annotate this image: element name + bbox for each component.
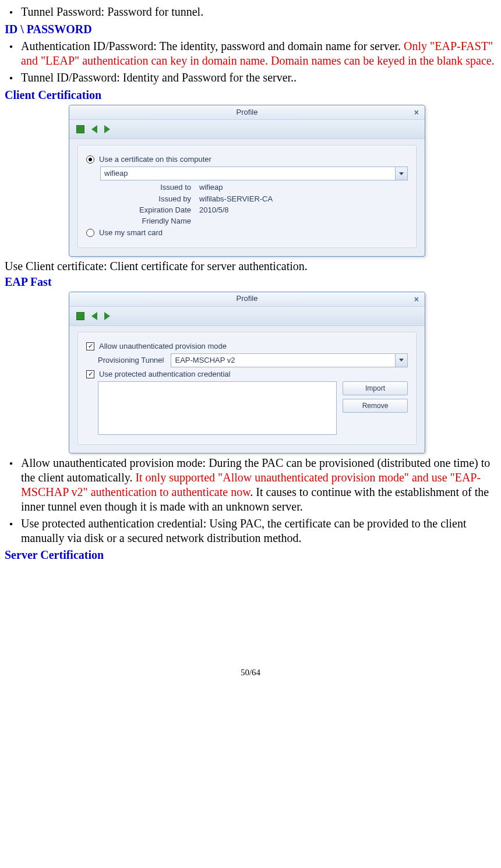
list-item-text: Allow unauthenticated provision mode: Du… <box>21 456 496 514</box>
bullet-icon: ● <box>9 70 21 86</box>
bullet-icon: ● <box>9 5 21 20</box>
cert-dropdown[interactable]: wifieap <box>100 166 408 180</box>
close-icon[interactable]: × <box>414 108 419 118</box>
list-item-text: Authentication ID/Password: The identity… <box>21 39 496 68</box>
value-expiration: 2010/5/8 <box>199 206 229 215</box>
checkbox-label: Allow unauthenticated provision mode <box>99 342 227 351</box>
list-item: ● Use protected authentication credentia… <box>9 516 496 545</box>
checkbox-icon <box>86 342 94 350</box>
import-button[interactable]: Import <box>343 381 408 395</box>
label-issued-by: Issued by <box>115 194 191 204</box>
value-issued-by: wifilabs-SERVIER-CA <box>199 194 273 204</box>
list-item: ● Tunnel Password: Password for tunnel. <box>9 5 496 20</box>
radio-icon <box>86 155 94 164</box>
stop-icon[interactable] <box>76 312 84 320</box>
stop-icon[interactable] <box>76 125 84 133</box>
dropdown-value: wifieap <box>104 169 128 178</box>
checkbox-icon <box>86 370 94 378</box>
bullet-icon: ● <box>9 39 21 68</box>
window-toolbar <box>69 120 425 139</box>
bullet-icon: ● <box>9 456 21 514</box>
checkbox-label: Use protected authentication credential <box>99 370 230 379</box>
value-issued-to: wifieap <box>199 183 223 192</box>
label-provisioning-tunnel: Provisioning Tunnel <box>98 356 164 365</box>
window-titlebar: Profile × <box>69 105 425 120</box>
list-item: ● Authentication ID/Password: The identi… <box>9 39 496 68</box>
credential-listbox[interactable] <box>98 381 337 435</box>
close-icon[interactable]: × <box>414 295 419 305</box>
label-friendly-name: Friendly Name <box>115 217 191 226</box>
window-toolbar <box>69 307 425 326</box>
bullet-icon: ● <box>9 516 21 545</box>
chevron-down-icon <box>395 167 407 180</box>
heading-server-cert: Server Certification <box>5 548 496 562</box>
radio-label: Use a certificate on this computer <box>99 155 211 164</box>
figure-eap-fast: Profile × Allow unauthenticated provisio… <box>69 292 496 454</box>
list-item: ● Allow unauthenticated provision mode: … <box>9 456 496 514</box>
button-label: Import <box>365 384 385 393</box>
page-number: 50/64 <box>5 667 496 678</box>
figure-client-cert: Profile × Use a certificate on this comp… <box>69 105 496 257</box>
heading-client-cert: Client Certification <box>5 88 496 102</box>
list-item-text: Tunnel ID/Password: Identity and Passwor… <box>21 70 297 86</box>
radio-label: Use my smart card <box>99 228 163 238</box>
radio-use-smart-card[interactable]: Use my smart card <box>86 228 408 238</box>
window-title: Profile <box>237 294 258 303</box>
chevron-down-icon <box>395 354 407 367</box>
checkbox-use-protected-cred[interactable]: Use protected authentication credential <box>86 370 408 379</box>
button-label: Remove <box>362 402 389 410</box>
heading-id-password: ID \ PASSWORD <box>5 22 496 37</box>
forward-arrow-icon[interactable] <box>104 125 110 133</box>
label-expiration: Expiration Date <box>115 206 191 215</box>
list-item-text: Use protected authentication credential:… <box>21 516 496 545</box>
dropdown-value: EAP-MSCHAP v2 <box>175 356 235 365</box>
window-titlebar: Profile × <box>69 292 425 307</box>
back-arrow-icon[interactable] <box>91 125 97 133</box>
radio-icon <box>86 229 94 237</box>
forward-arrow-icon[interactable] <box>104 312 110 320</box>
provisioning-tunnel-dropdown[interactable]: EAP-MSCHAP v2 <box>171 353 408 367</box>
paragraph-use-client-cert: Use Client certificate: Client certifica… <box>5 259 496 274</box>
checkbox-allow-unauth[interactable]: Allow unauthenticated provision mode <box>86 342 408 351</box>
list-item-text: Tunnel Password: Password for tunnel. <box>21 5 203 20</box>
text-run: Authentication ID/Password: The identity… <box>21 40 404 52</box>
remove-button[interactable]: Remove <box>343 399 408 413</box>
back-arrow-icon[interactable] <box>91 312 97 320</box>
radio-use-cert-computer[interactable]: Use a certificate on this computer <box>86 155 408 164</box>
label-issued-to: Issued to <box>115 183 191 192</box>
list-item: ● Tunnel ID/Password: Identity and Passw… <box>9 70 496 86</box>
window-title: Profile <box>237 108 258 117</box>
heading-eap-fast: EAP Fast <box>5 275 496 289</box>
